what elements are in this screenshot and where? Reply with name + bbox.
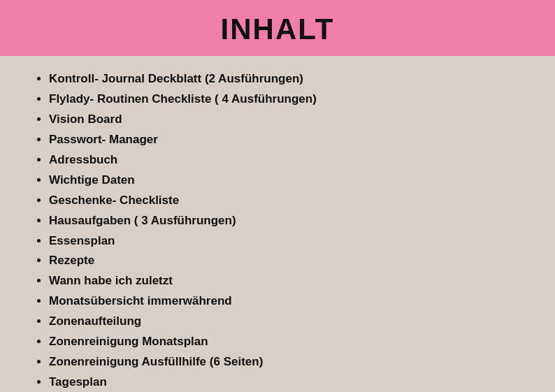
list-item: Zonenaufteilung bbox=[49, 314, 317, 330]
list-item: Vision Board bbox=[49, 112, 317, 128]
list-item: Passwort- Manager bbox=[49, 132, 317, 148]
list-item: Zonenreinigung Ausfüllhilfe (6 Seiten) bbox=[49, 354, 317, 370]
list-item: Zonenreinigung Monatsplan bbox=[49, 334, 317, 350]
header-bar: INHALT bbox=[0, 0, 555, 56]
page-title: INHALT bbox=[221, 13, 335, 45]
list-item: Tagesplan bbox=[49, 375, 317, 391]
list-item: Monatsübersicht immerwährend bbox=[49, 293, 317, 310]
list-item: Wann habe ich zuletzt bbox=[49, 273, 317, 289]
list-item: Rezepte bbox=[49, 253, 317, 269]
content-list: Kontroll- Journal Deckblatt (2 Ausführun… bbox=[35, 71, 317, 391]
list-item: Geschenke- Checkliste bbox=[49, 193, 317, 209]
list-item: Kontroll- Journal Deckblatt (2 Ausführun… bbox=[49, 71, 317, 87]
list-item: Essensplan bbox=[49, 233, 317, 249]
list-item: Wichtige Daten bbox=[49, 173, 317, 189]
content-area: Kontroll- Journal Deckblatt (2 Ausführun… bbox=[0, 56, 555, 392]
list-item: Flylady- Routinen Checkliste ( 4 Ausführ… bbox=[49, 92, 317, 108]
list-item: Hausaufgaben ( 3 Ausführungen) bbox=[49, 213, 317, 229]
list-item: Adressbuch bbox=[49, 152, 317, 168]
